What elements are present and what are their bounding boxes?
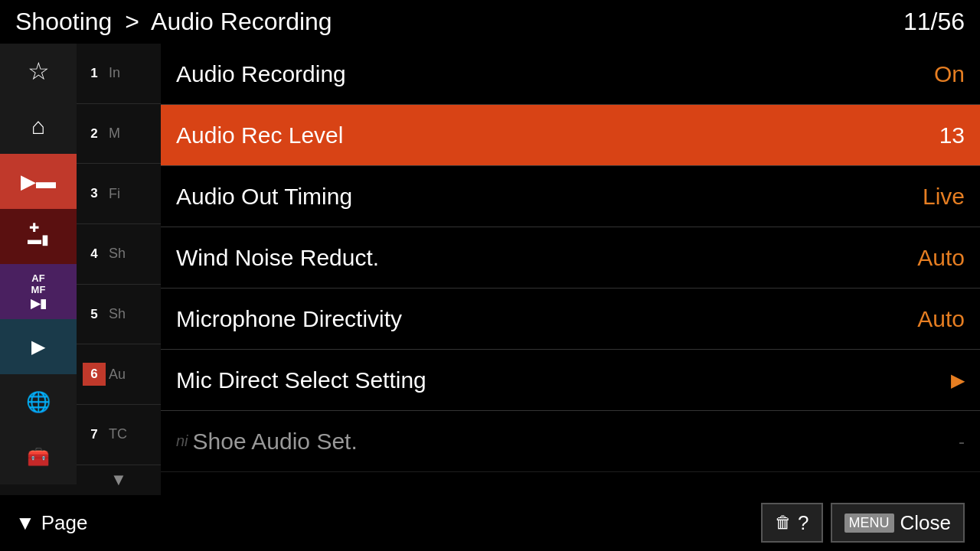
menu-label-shoe-audio-set: ni Shoe Audio Set. <box>176 429 358 455</box>
sidebar-item-home[interactable]: ⌂ <box>0 99 77 154</box>
page-label: Page <box>41 511 88 535</box>
menu-label-audio-rec-level: Audio Rec Level <box>176 122 343 148</box>
home-icon: ⌂ <box>31 113 45 139</box>
play-icon: ▶ <box>31 336 45 357</box>
sidebar-item-globe[interactable]: 🌐 <box>0 374 77 429</box>
numbered-column: 1 In 2 M 3 Fi 4 Sh 5 Sh 6 Au <box>77 44 161 495</box>
menu-items-column: Audio Recording On Audio Rec Level 13 Au… <box>161 44 980 495</box>
breadcrumb-current: Audio Recording <box>151 8 332 35</box>
num-3: 3 <box>83 182 106 205</box>
menu-label-mic-direct-select: Mic Direct Select Setting <box>176 367 426 393</box>
close-label: Close <box>900 511 951 535</box>
abbr-3: Fi <box>109 186 120 202</box>
abbr-4: Sh <box>109 246 126 262</box>
menu-value-wind-noise-reduct: Auto <box>917 245 965 271</box>
menu-item-audio-recording[interactable]: Audio Recording On <box>161 44 980 105</box>
globe-icon: 🌐 <box>26 390 51 414</box>
menu-item-audio-rec-level[interactable]: Audio Rec Level 13 <box>161 105 980 166</box>
num-row-6: 6 Au <box>77 344 161 405</box>
page-button[interactable]: ▼ Page <box>15 511 87 535</box>
menu-item-microphone-directivity[interactable]: Microphone Directivity Auto <box>161 289 980 350</box>
sidebar-item-plus[interactable]: ✚ ▬▮ <box>0 209 77 264</box>
menu-value-shoe-audio-set: - <box>959 431 965 452</box>
main-layout: ☆ ⌂ ▶︎▬ ✚ ▬▮ AFMF▶▮ ▶ 🌐 🧰 <box>0 44 980 495</box>
menu-item-audio-out-timing[interactable]: Audio Out Timing Live <box>161 166 980 227</box>
breadcrumb: Shooting > Audio Recording <box>15 8 332 36</box>
abbr-2: M <box>109 126 120 142</box>
plus-layer-icon: ✚ ▬▮ <box>28 225 49 248</box>
footer: ▼ Page 🗑 ? MENU Close <box>0 495 980 550</box>
num-row-3: 3 Fi <box>77 164 161 224</box>
content-area: 1 In 2 M 3 Fi 4 Sh 5 Sh 6 Au <box>77 44 980 495</box>
abbr-7: TC <box>109 426 127 442</box>
menu-value-microphone-directivity: Auto <box>917 306 965 332</box>
num-5: 5 <box>83 303 106 326</box>
ni-prefix: ni <box>176 432 188 450</box>
scroll-down-indicator: ▼ <box>77 465 161 495</box>
abbr-1: In <box>109 65 120 81</box>
menu-value-audio-rec-level: 13 <box>939 122 965 148</box>
page-funnel-icon: ▼ <box>15 511 35 535</box>
help-label: ? <box>798 511 808 535</box>
num-7: 7 <box>83 423 106 446</box>
menu-label-audio-out-timing: Audio Out Timing <box>176 184 352 210</box>
breadcrumb-separator: > <box>125 8 139 35</box>
menu-item-mic-direct-select[interactable]: Mic Direct Select Setting ▶ <box>161 350 980 411</box>
num-row-4: 4 Sh <box>77 224 161 285</box>
num-row-1: 1 In <box>77 44 161 104</box>
sidebar-item-tools[interactable]: 🧰 <box>0 429 77 484</box>
menu-label-wind-noise-reduct: Wind Noise Reduct. <box>176 245 379 271</box>
num-row-5: 5 Sh <box>77 285 161 345</box>
abbr-6: Au <box>109 367 126 383</box>
sidebar-item-video[interactable]: ▶︎▬ <box>0 154 77 209</box>
menu-value-audio-out-timing: Live <box>923 184 965 210</box>
star-icon: ☆ <box>28 57 50 86</box>
abbr-5: Sh <box>109 306 126 322</box>
tools-icon: 🧰 <box>27 446 50 468</box>
page-counter: 11/56 <box>903 8 965 36</box>
num-row-7: 7 TC <box>77 405 161 465</box>
sidebar-item-favorites[interactable]: ☆ <box>0 44 77 99</box>
menu-item-wind-noise-reduct[interactable]: Wind Noise Reduct. Auto <box>161 227 980 289</box>
num-row-2: 2 M <box>77 104 161 165</box>
header: Shooting > Audio Recording 11/56 <box>0 0 980 44</box>
close-button[interactable]: MENU Close <box>831 503 965 543</box>
delete-help-button[interactable]: 🗑 ? <box>761 503 822 543</box>
video-icon: ▶︎▬ <box>21 170 56 194</box>
num-4: 4 <box>83 243 106 266</box>
menu-label-audio-recording: Audio Recording <box>176 61 346 87</box>
menu-badge: MENU <box>844 514 894 533</box>
menu-value-audio-recording: On <box>934 61 965 87</box>
breadcrumb-root: Shooting <box>15 8 112 35</box>
af-mf-icon: AFMF▶▮ <box>31 272 47 311</box>
sidebar-item-play[interactable]: ▶ <box>0 319 77 374</box>
sidebar-item-af-mf[interactable]: AFMF▶▮ <box>0 264 77 319</box>
menu-item-shoe-audio-set[interactable]: ni Shoe Audio Set. - <box>161 411 980 472</box>
num-6: 6 <box>83 363 106 386</box>
num-1: 1 <box>83 62 106 85</box>
delete-icon: 🗑 <box>775 513 792 533</box>
menu-arrow-mic-direct-select: ▶ <box>951 370 965 391</box>
menu-label-microphone-directivity: Microphone Directivity <box>176 306 402 332</box>
sidebar: ☆ ⌂ ▶︎▬ ✚ ▬▮ AFMF▶▮ ▶ 🌐 🧰 <box>0 44 77 495</box>
num-2: 2 <box>83 122 106 145</box>
